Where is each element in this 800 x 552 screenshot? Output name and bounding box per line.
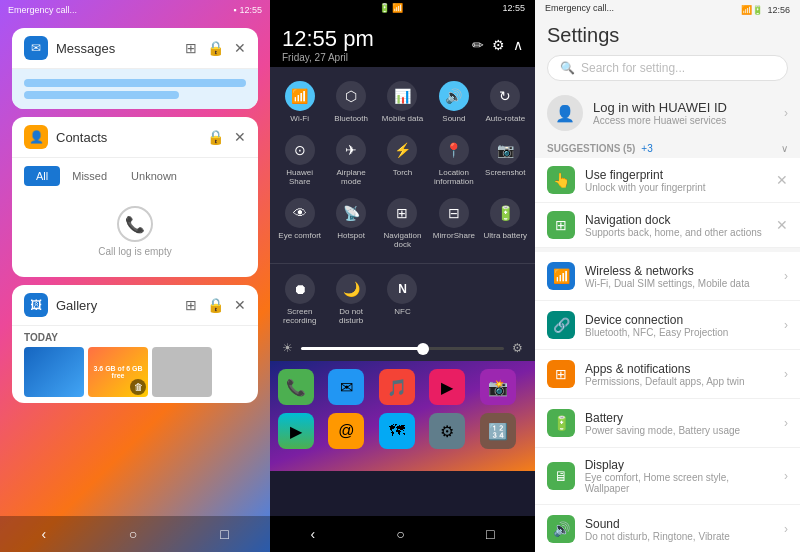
qs-wifi[interactable]: 📶 Wi-Fi	[274, 75, 325, 129]
suggestion-fingerprint[interactable]: 👆 Use fingerprint Unlock with your finge…	[535, 158, 800, 203]
qs-extra-grid[interactable]: ⏺ Screen recording 🌙 Do not disturb N NF…	[270, 263, 535, 335]
gallery-card[interactable]: 🖼 Gallery ⊞ 🔒 ✕ TODAY 3.6 GB of 6 GB fre…	[12, 285, 258, 403]
nav-recent-btn-panel1[interactable]: □	[220, 526, 228, 542]
battery-text: Battery Power saving mode, Battery usage	[585, 411, 740, 436]
settings-sound[interactable]: 🔊 Sound Do not disturb, Ringtone, Vibrat…	[535, 505, 800, 552]
settings-apps[interactable]: ⊞ Apps & notifications Permissions, Defa…	[535, 350, 800, 399]
qs-eye-comfort[interactable]: 👁 Eye comfort	[274, 192, 325, 255]
tab-all[interactable]: All	[24, 166, 60, 186]
qs-header-icons[interactable]: ✏ ⚙ ∧	[472, 37, 523, 53]
nav-home-btn-panel1[interactable]: ○	[129, 526, 137, 542]
nav-dock-title: Navigation dock	[585, 213, 762, 227]
nav-bar-panel2[interactable]: ‹ ○ □	[270, 516, 535, 552]
brightness-control[interactable]: ☀ ⚙	[270, 335, 535, 361]
qs-settings-icon[interactable]: ⚙	[492, 37, 505, 53]
status-icons-panel2: 🔋 📶	[379, 3, 404, 17]
qs-autorotate[interactable]: ↻ Auto-rotate	[480, 75, 531, 129]
nav-home-btn-panel2[interactable]: ○	[396, 526, 404, 542]
nav-dock-subtitle: Supports back, home, and other actions	[585, 227, 762, 238]
suggestion-nav-dock[interactable]: ⊞ Navigation dock Supports back, home, a…	[535, 203, 800, 248]
display-title: Display	[585, 458, 774, 472]
contacts-lock-icon[interactable]: 🔒	[207, 129, 224, 145]
gallery-content: TODAY 3.6 GB of 6 GB free 🗑	[12, 326, 258, 403]
qs-collapse-icon[interactable]: ∧	[513, 37, 523, 53]
huawei-id-chevron: ›	[784, 106, 788, 120]
settings-device-connection[interactable]: 🔗 Device connection Bluetooth, NFC, Easy…	[535, 301, 800, 350]
settings-wireless[interactable]: 📶 Wireless & networks Wi-Fi, Dual SIM se…	[535, 252, 800, 301]
qs-sound[interactable]: 🔊 Sound	[428, 75, 479, 129]
qs-mobile-data-icon: 📊	[387, 81, 417, 111]
contacts-content: All Missed Unknown 📞 Call log is empty	[12, 158, 258, 277]
suggestions-chevron-down[interactable]: ∨	[781, 143, 788, 154]
huawei-id-subtitle: Access more Huawei services	[593, 115, 727, 126]
gallery-thumbnails: 3.6 GB of 6 GB free 🗑	[24, 347, 246, 397]
settings-search-bar[interactable]: 🔍 Search for setting...	[547, 55, 788, 81]
nav-recent-btn-panel2[interactable]: □	[486, 526, 494, 542]
tab-missed[interactable]: Missed	[60, 166, 119, 186]
nav-dock-text: Navigation dock Supports back, home, and…	[585, 213, 762, 238]
qs-ultra-battery[interactable]: 🔋 Ultra battery	[480, 192, 531, 255]
qs-header: 12:55 pm Friday, 27 April ✏ ⚙ ∧	[270, 20, 535, 67]
messages-card[interactable]: ✉ Messages ⊞ 🔒 ✕	[12, 28, 258, 109]
quick-settings-grid[interactable]: 📶 Wi-Fi ⬡ Bluetooth 📊 Mobile data 🔊 Soun…	[270, 67, 535, 263]
suggestions-label: SUGGESTIONS (5)	[547, 143, 635, 154]
status-bar-panel2: 🔋 📶 12:55	[270, 0, 535, 20]
suggestions-header: SUGGESTIONS (5) +3 ∨	[535, 139, 800, 158]
battery-settings-icon: 🔋	[547, 409, 575, 437]
messages-close-icon[interactable]: ✕	[234, 40, 246, 56]
apps-subtitle: Permissions, Default apps, App twin	[585, 376, 745, 387]
brightness-track[interactable]	[301, 347, 504, 350]
qs-screen-recording-label: Screen recording	[276, 307, 323, 325]
fingerprint-title: Use fingerprint	[585, 168, 706, 182]
panel-quick-settings: 🔋 📶 12:55 12:55 pm Friday, 27 April ✏ ⚙ …	[270, 0, 535, 552]
panel-recent-apps: Emergency call... ▪ 12:55 ✉ Messages ⊞ 🔒…	[0, 0, 270, 552]
sound-settings-icon: 🔊	[547, 515, 575, 543]
contacts-tabs[interactable]: All Missed Unknown	[24, 166, 246, 186]
qs-nav-dock-label: Navigation dock	[379, 231, 426, 249]
contacts-card[interactable]: 👤 Contacts 🔒 ✕ All Missed Unknown 📞 Call…	[12, 117, 258, 277]
gallery-close-icon[interactable]: ✕	[234, 297, 246, 313]
messages-split-icon[interactable]: ⊞	[185, 40, 197, 56]
qs-screenshot[interactable]: 📷 Screenshot	[480, 129, 531, 192]
qs-dnd-label: Do not disturb	[327, 307, 374, 325]
fingerprint-subtitle: Unlock with your fingerprint	[585, 182, 706, 193]
qs-screen-recording[interactable]: ⏺ Screen recording	[274, 268, 325, 331]
gallery-split-icon[interactable]: ⊞	[185, 297, 197, 313]
qs-bluetooth[interactable]: ⬡ Bluetooth	[325, 75, 376, 129]
huawei-id-item[interactable]: 👤 Log in with HUAWEI ID Access more Huaw…	[535, 87, 800, 139]
gallery-lock-icon[interactable]: 🔒	[207, 297, 224, 313]
tab-unknown[interactable]: Unknown	[119, 166, 189, 186]
messages-card-actions[interactable]: ⊞ 🔒 ✕	[185, 40, 246, 56]
qs-torch[interactable]: ⚡ Torch	[377, 129, 428, 192]
gallery-thumb-1	[24, 347, 84, 397]
qs-nav-dock[interactable]: ⊞ Navigation dock	[377, 192, 428, 255]
fingerprint-dismiss[interactable]: ✕	[776, 172, 788, 188]
brightness-settings-icon[interactable]: ⚙	[512, 341, 523, 355]
nav-bar-panel1[interactable]: ‹ ○ □	[0, 516, 270, 552]
gallery-card-actions[interactable]: ⊞ 🔒 ✕	[185, 297, 246, 313]
qs-ultra-battery-label: Ultra battery	[484, 231, 528, 240]
contacts-card-actions[interactable]: 🔒 ✕	[207, 129, 246, 145]
qs-eye-comfort-icon: 👁	[285, 198, 315, 228]
brightness-thumb[interactable]	[417, 343, 429, 355]
messages-lock-icon[interactable]: 🔒	[207, 40, 224, 56]
qs-edit-icon[interactable]: ✏	[472, 37, 484, 53]
qs-dnd[interactable]: 🌙 Do not disturb	[325, 268, 376, 331]
settings-title: Settings	[547, 24, 788, 47]
status-icons-panel3: 📶🔋	[741, 5, 763, 15]
settings-battery[interactable]: 🔋 Battery Power saving mode, Battery usa…	[535, 399, 800, 448]
nav-back-btn-panel2[interactable]: ‹	[311, 526, 316, 542]
qs-ultra-battery-icon: 🔋	[490, 198, 520, 228]
qs-hotspot[interactable]: 📡 Hotspot	[325, 192, 376, 255]
qs-mobile-data[interactable]: 📊 Mobile data	[377, 75, 428, 129]
nav-back-btn-panel1[interactable]: ‹	[41, 526, 46, 542]
qs-airplane[interactable]: ✈ Airplane mode	[325, 129, 376, 192]
qs-location[interactable]: 📍 Location information	[428, 129, 479, 192]
qs-nfc[interactable]: N NFC	[377, 268, 428, 331]
qs-mirror-share[interactable]: ⊟ MirrorShare	[428, 192, 479, 255]
settings-display[interactable]: 🖥 Display Eye comfort, Home screen style…	[535, 448, 800, 505]
qs-huawei-share[interactable]: ⊙ Huawei Share	[274, 129, 325, 192]
contacts-close-icon[interactable]: ✕	[234, 129, 246, 145]
gallery-card-header: 🖼 Gallery ⊞ 🔒 ✕	[12, 285, 258, 326]
nav-dock-dismiss[interactable]: ✕	[776, 217, 788, 233]
